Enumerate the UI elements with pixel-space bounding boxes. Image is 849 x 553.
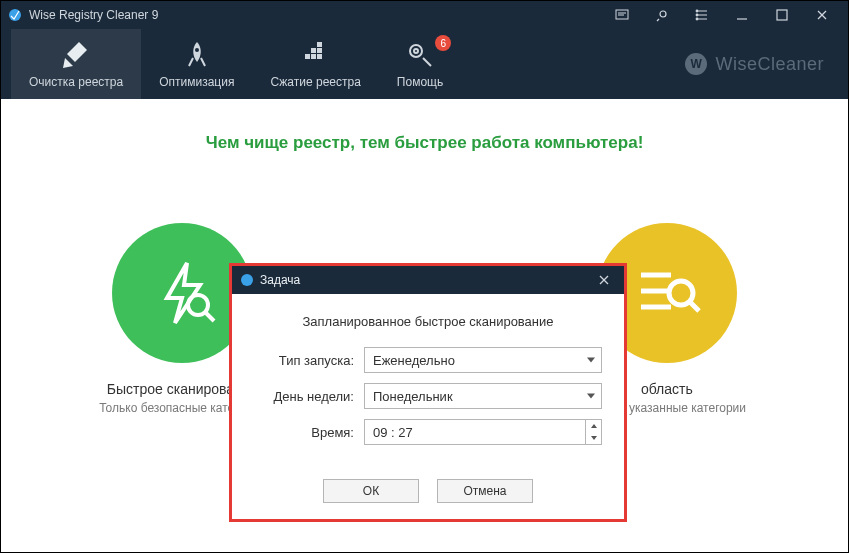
time-value: 09 : 27	[373, 425, 413, 440]
cancel-button[interactable]: Отмена	[437, 479, 533, 503]
chevron-down-icon	[587, 394, 595, 399]
select-launch-type[interactable]: Еженедельно	[364, 347, 602, 373]
gear-wrench-icon	[405, 39, 435, 71]
minimize-button[interactable]	[722, 1, 762, 29]
row-day: День недели: Понедельник	[254, 383, 602, 409]
svg-point-24	[669, 281, 693, 305]
label-time: Время:	[254, 425, 364, 440]
svg-line-20	[205, 312, 214, 321]
app-icon	[7, 7, 23, 23]
dialog-buttons: ОК Отмена	[254, 479, 602, 503]
task-dialog-highlight: Задача Запланированное быстрое сканирова…	[229, 263, 627, 522]
svg-rect-15	[317, 48, 322, 53]
dialog-icon	[240, 273, 254, 287]
brand: W WiseCleaner	[685, 29, 838, 99]
label-launch-type: Тип запуска:	[254, 353, 364, 368]
spinner-down-icon[interactable]	[586, 432, 601, 444]
svg-rect-13	[317, 54, 322, 59]
close-button[interactable]	[802, 1, 842, 29]
cancel-button-label: Отмена	[463, 484, 506, 498]
row-time: Время: 09 : 27	[254, 419, 602, 445]
feedback-icon[interactable]	[602, 1, 642, 29]
svg-line-25	[690, 302, 699, 311]
svg-point-26	[241, 274, 253, 286]
rocket-icon	[182, 39, 212, 71]
tab-label: Оптимизация	[159, 75, 234, 89]
settings-icon[interactable]	[642, 1, 682, 29]
svg-rect-12	[311, 54, 316, 59]
titlebar: Wise Registry Cleaner 9	[1, 1, 848, 29]
time-input[interactable]: 09 : 27	[364, 419, 602, 445]
brand-label: WiseCleaner	[715, 54, 824, 75]
broom-icon	[59, 39, 93, 71]
spinner-up-icon[interactable]	[586, 420, 601, 432]
svg-point-0	[9, 9, 21, 21]
ok-button-label: ОК	[363, 484, 379, 498]
dialog-titlebar: Задача	[232, 266, 624, 294]
dialog-close-button[interactable]	[592, 268, 616, 292]
help-badge: 6	[435, 35, 451, 51]
chevron-down-icon	[587, 358, 595, 363]
custom-scan-title: область	[641, 381, 693, 397]
dialog-heading: Запланированное быстрое сканирование	[254, 314, 602, 329]
tab-label: Сжатие реестра	[270, 75, 360, 89]
tab-label: Помощь	[397, 75, 443, 89]
svg-point-10	[195, 48, 199, 52]
task-dialog: Задача Запланированное быстрое сканирова…	[232, 266, 624, 519]
svg-rect-14	[311, 48, 316, 53]
tab-help[interactable]: 6 Помощь	[379, 29, 461, 99]
tab-defrag-registry[interactable]: Сжатие реестра	[252, 29, 378, 99]
tab-label: Очистка реестра	[29, 75, 123, 89]
svg-point-4	[696, 14, 698, 16]
tab-clean-registry[interactable]: Очистка реестра	[11, 29, 141, 99]
svg-point-5	[696, 18, 698, 20]
tab-optimize[interactable]: Оптимизация	[141, 29, 252, 99]
dialog-body: Запланированное быстрое сканирование Тип…	[232, 294, 624, 519]
time-spinner[interactable]	[585, 420, 601, 444]
row-launch-type: Тип запуска: Еженедельно	[254, 347, 602, 373]
menu-icon[interactable]	[682, 1, 722, 29]
svg-rect-7	[777, 10, 787, 20]
main-toolbar: Очистка реестра Оптимизация Сжатие реест…	[1, 29, 848, 99]
svg-rect-16	[317, 42, 322, 47]
svg-point-3	[696, 10, 698, 12]
defrag-icon	[301, 39, 331, 71]
headline: Чем чище реестр, тем быстрее работа комп…	[1, 133, 848, 153]
select-launch-type-value: Еженедельно	[373, 353, 455, 368]
content: Чем чище реестр, тем быстрее работа комп…	[1, 99, 848, 552]
svg-point-17	[410, 45, 422, 57]
svg-point-18	[414, 49, 418, 53]
app-window: Wise Registry Cleaner 9 Очистка реестра …	[0, 0, 849, 553]
ok-button[interactable]: ОК	[323, 479, 419, 503]
select-day[interactable]: Понедельник	[364, 383, 602, 409]
svg-rect-11	[305, 54, 310, 59]
brand-logo-icon: W	[685, 53, 707, 75]
maximize-button[interactable]	[762, 1, 802, 29]
dialog-title: Задача	[260, 273, 300, 287]
label-day: День недели:	[254, 389, 364, 404]
svg-point-2	[660, 11, 666, 17]
select-day-value: Понедельник	[373, 389, 453, 404]
app-title: Wise Registry Cleaner 9	[29, 8, 602, 22]
